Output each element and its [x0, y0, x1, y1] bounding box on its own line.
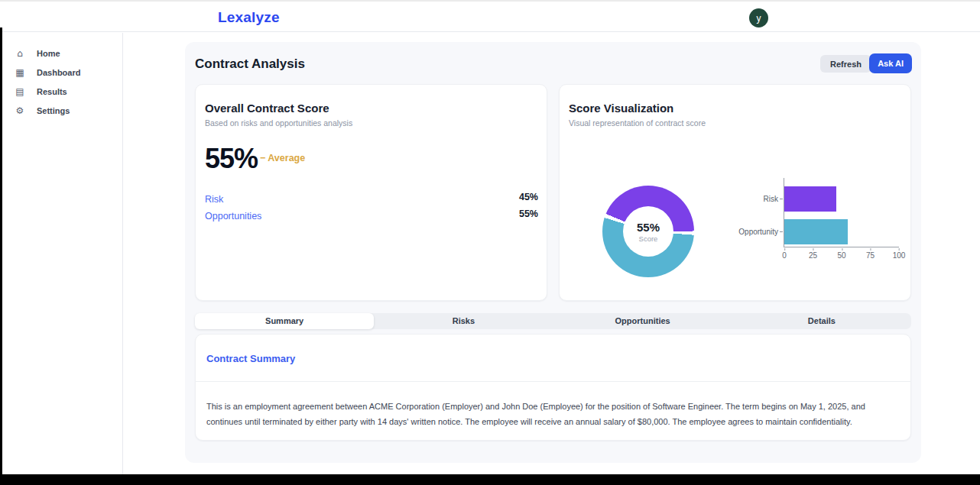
score-card-title: Overall Contract Score	[205, 102, 329, 115]
sidebar-item-label: Results	[37, 87, 67, 96]
score-rating-badge: − Average	[260, 153, 305, 163]
home-icon: ⌂	[15, 48, 25, 59]
window-edge-strip	[0, 27, 2, 485]
refresh-button[interactable]: Refresh	[820, 55, 871, 73]
main-content: Contract Analysis Refresh Ask AI Overall…	[124, 33, 980, 474]
tab-opportunities[interactable]: Opportunities	[553, 313, 732, 329]
risk-value: 45%	[519, 192, 538, 202]
donut-center-value: 55%	[637, 221, 660, 234]
divider	[196, 381, 910, 382]
overall-score-value: 55%	[205, 143, 258, 175]
x-axis-tick: 75	[866, 251, 875, 260]
x-axis-tick: 25	[809, 251, 817, 260]
analysis-tabbar: Summary Risks Opportunities Details	[195, 313, 911, 329]
tab-summary[interactable]: Summary	[195, 313, 374, 329]
top-header: Lexalyze y	[0, 0, 980, 32]
score-card-subtitle: Based on risks and opportunities analysi…	[205, 118, 352, 128]
viz-card-title: Score Visualization	[569, 102, 673, 115]
contract-analysis-panel: Contract Analysis Refresh Ask AI Overall…	[185, 42, 921, 463]
x-axis-tick: 0	[782, 251, 787, 260]
bar-chart: Risk Opportunity 0 25 50 75 100	[784, 178, 899, 247]
window-bottom-bar	[0, 474, 980, 485]
risk-link[interactable]: Risk	[205, 194, 223, 205]
donut-center-label: Score	[639, 234, 658, 243]
sidebar-item-dashboard[interactable]: ▦ Dashboard	[0, 63, 122, 82]
risk-bar	[784, 186, 836, 212]
page-title: Contract Analysis	[195, 57, 305, 72]
risk-metric-row: Risk 45%	[205, 192, 538, 204]
dashboard-icon: ▦	[15, 67, 25, 78]
opportunities-metric-row: Opportunities 55%	[205, 209, 538, 221]
document-icon: ▤	[15, 86, 25, 97]
x-axis-tick: 100	[893, 251, 906, 260]
app-window: Lexalyze y ⌂ Home ▦ Dashboard ▤ Results …	[0, 0, 980, 485]
sidebar-item-label: Settings	[37, 106, 70, 115]
opportunities-link[interactable]: Opportunities	[205, 211, 261, 221]
donut-center: 55% Score	[623, 206, 673, 257]
gear-icon: ⚙	[15, 105, 25, 116]
donut-chart: 55% Score	[602, 186, 694, 277]
ask-ai-button[interactable]: Ask AI	[869, 53, 912, 73]
opportunity-bar	[784, 219, 848, 244]
sidebar-item-home[interactable]: ⌂ Home	[0, 44, 122, 63]
sidebar-nav: ⌂ Home ▦ Dashboard ▤ Results ⚙ Settings	[0, 33, 123, 474]
summary-text: This is an employment agreement between …	[206, 399, 900, 429]
user-avatar[interactable]: y	[749, 8, 768, 27]
sidebar-item-label: Home	[37, 49, 60, 58]
sidebar-item-settings[interactable]: ⚙ Settings	[0, 101, 122, 120]
opportunities-value: 55%	[519, 209, 538, 219]
tab-details[interactable]: Details	[732, 313, 911, 329]
sidebar-item-label: Dashboard	[37, 68, 80, 77]
viz-card-subtitle: Visual representation of contract score	[569, 118, 706, 128]
brand-logo[interactable]: Lexalyze	[218, 9, 280, 26]
score-visualization-card: Score Visualization Visual representatio…	[559, 84, 911, 301]
tab-risks[interactable]: Risks	[374, 313, 553, 329]
sidebar-item-results[interactable]: ▤ Results	[0, 82, 122, 101]
bar-category-label: Risk	[714, 195, 783, 203]
bar-category-label: Opportunity	[714, 228, 783, 236]
overall-score-card: Overall Contract Score Based on risks an…	[195, 84, 547, 301]
contract-summary-card: Contract Summary This is an employment a…	[195, 334, 911, 441]
x-axis-tick: 50	[837, 251, 845, 260]
summary-title: Contract Summary	[206, 353, 295, 364]
